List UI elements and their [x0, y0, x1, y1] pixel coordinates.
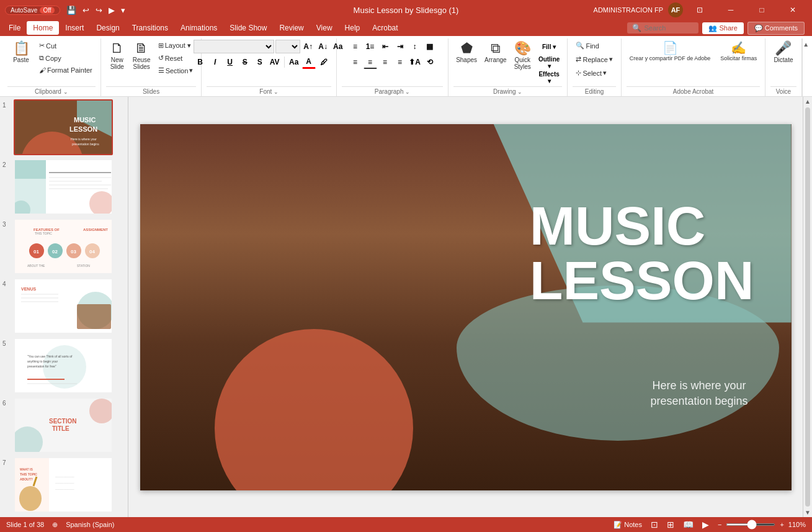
text-case-button[interactable]: Aa [287, 55, 301, 69]
decrease-indent-button[interactable]: ⇤ [378, 40, 392, 53]
share-button[interactable]: 👥 Share [702, 22, 743, 34]
slide-item-1[interactable]: 1 MUSIC LESSON Here is where your presen… [2, 99, 125, 155]
ribbon-collapse-button[interactable]: ▲ [802, 38, 810, 96]
menu-acrobat[interactable]: Acrobat [366, 21, 404, 35]
slide-thumb-3[interactable]: FEATURES OF THIS TOPIC ASSIGNMENT 01 02 … [14, 219, 113, 274]
menu-insert[interactable]: Insert [59, 21, 90, 35]
slide-main-title[interactable]: MUSIC LESSON [530, 199, 754, 308]
shape-outline-button[interactable]: Outline ▾ [535, 55, 563, 68]
slide-item-5[interactable]: 5 "You can use Think of all sorts of any… [2, 338, 125, 394]
new-slide-button[interactable]: 🗋 NewSlide [106, 40, 128, 72]
user-avatar[interactable]: AF [668, 2, 683, 17]
scroll-down-button[interactable]: ▼ [803, 508, 812, 517]
slideshow-button[interactable]: ▶ [700, 519, 711, 530]
text-direction-button[interactable]: ⬆A [408, 55, 422, 69]
bold-button[interactable]: B [194, 55, 207, 69]
bullets-button[interactable]: ≡ [349, 40, 362, 53]
convert-smartart-button[interactable]: ⟲ [423, 55, 437, 69]
font-increase-button[interactable]: A↑ [301, 40, 315, 53]
highlight-button[interactable]: 🖊 [317, 55, 331, 69]
scroll-up-button[interactable]: ▲ [803, 97, 812, 106]
slide-canvas[interactable]: MUSIC LESSON Here is where yourpresentat… [140, 124, 792, 490]
slide-sorter-button[interactable]: ⊞ [665, 519, 676, 530]
zoom-slider[interactable] [726, 523, 775, 526]
minimize-button[interactable]: ─ [716, 0, 745, 20]
underline-button[interactable]: U [223, 55, 237, 69]
align-right-button[interactable]: ≡ [378, 55, 392, 69]
italic-button[interactable]: I [208, 55, 222, 69]
find-button[interactable]: 🔍 Find [573, 40, 602, 52]
menu-help[interactable]: Help [339, 21, 367, 35]
font-size-select[interactable] [275, 40, 300, 53]
customize-qa-button[interactable]: ▾ [118, 4, 128, 16]
crear-pdf-button[interactable]: 📄 Crear y compartir PDF de Adobe [627, 40, 714, 63]
shapes-button[interactable]: ⬟ Shapes [453, 40, 480, 65]
menu-animations[interactable]: Animations [174, 21, 223, 35]
redo-button[interactable]: ↪ [93, 4, 105, 16]
strikethrough-button[interactable]: S [238, 55, 252, 69]
cut-button[interactable]: ✂ Cut [36, 40, 96, 52]
slide-thumb-6[interactable]: SECTION TITLE [14, 397, 113, 453]
justify-button[interactable]: ≡ [393, 55, 407, 69]
zoom-out-button[interactable]: − [716, 520, 723, 529]
notes-button[interactable]: 📝 Notes [612, 520, 644, 530]
slide-item-2[interactable]: 2 [2, 159, 125, 215]
slide-thumb-1[interactable]: MUSIC LESSON Here is where your presenta… [14, 99, 113, 155]
right-scrollbar[interactable]: ▲ ▼ [803, 97, 812, 517]
maximize-button[interactable]: □ [747, 0, 776, 20]
format-painter-button[interactable]: 🖌 Format Painter [36, 65, 96, 76]
line-spacing-button[interactable]: ↕ [408, 40, 422, 53]
font-color-button[interactable]: A [302, 55, 316, 69]
quick-styles-button[interactable]: 🎨 Quick Styles [511, 40, 534, 72]
increase-indent-button[interactable]: ⇥ [393, 40, 407, 53]
reset-button[interactable]: ↺ Reset [155, 52, 197, 64]
slide-thumb-2[interactable] [14, 159, 113, 215]
autosave-toggle[interactable]: AutoSave Off [5, 6, 60, 15]
slide-item-4[interactable]: 4 VENUS [2, 278, 125, 334]
slide-thumb-7[interactable]: WHAT IS THIS TOPIC ABOUT? ___________ __… [14, 457, 113, 513]
columns-button[interactable]: ▦ [423, 40, 437, 53]
paste-button[interactable]: 📋 Paste [7, 40, 35, 65]
search-box[interactable]: 🔍 [627, 22, 698, 34]
slide-item-3[interactable]: 3 FEATURES OF THIS TOPIC ASSIGNMENT 01 0… [2, 219, 125, 274]
menu-slideshow[interactable]: Slide Show [223, 21, 273, 35]
replace-button[interactable]: ⇄ Replace ▾ [573, 53, 615, 65]
menu-view[interactable]: View [310, 21, 339, 35]
section-button[interactable]: ☰ Section ▾ [155, 65, 197, 76]
select-button[interactable]: ⊹ Select ▾ [573, 67, 610, 79]
close-button[interactable]: ✕ [779, 0, 807, 20]
search-input[interactable] [644, 24, 694, 32]
shape-effects-button[interactable]: Effects ▾ [535, 70, 563, 83]
menu-home[interactable]: Home [27, 21, 59, 35]
accessibility-button[interactable]: ⊕ [50, 520, 60, 530]
copy-button[interactable]: ⧉ Copy [36, 52, 96, 64]
dictate-button[interactable]: 🎤 Dictate [770, 40, 796, 65]
numbering-button[interactable]: 1≡ [364, 40, 377, 53]
reading-view-button[interactable]: 📖 [681, 519, 695, 530]
menu-design[interactable]: Design [90, 21, 125, 35]
slide-item-7[interactable]: 7 WHAT IS THIS TOPIC ABOUT? ___________ … [2, 457, 125, 513]
normal-view-button[interactable]: ⊡ [649, 519, 660, 530]
menu-review[interactable]: Review [273, 21, 310, 35]
reuse-slides-button[interactable]: 🗎 ReuseSlides [130, 40, 154, 72]
font-family-select[interactable] [194, 40, 274, 53]
comments-button[interactable]: 💬 Comments [747, 22, 805, 35]
undo-button[interactable]: ↩ [80, 4, 92, 16]
shadow-button[interactable]: S [253, 55, 267, 69]
slide-item-6[interactable]: 6 SECTION TITLE [2, 397, 125, 453]
present-button[interactable]: ▶ [106, 4, 117, 16]
slide-thumb-5[interactable]: "You can use Think of all sorts of anyth… [14, 338, 113, 394]
arrange-button[interactable]: ⧉ Arrange [481, 40, 510, 65]
char-spacing-button[interactable]: AV [268, 55, 282, 69]
slide-thumb-4[interactable]: VENUS [14, 278, 113, 334]
solicitar-firmas-button[interactable]: ✍ Solicitar firmas [717, 40, 760, 63]
ribbon-display-button[interactable]: ⊡ [685, 0, 714, 20]
zoom-in-button[interactable]: + [778, 520, 785, 529]
shape-fill-button[interactable]: Fill ▾ [535, 40, 563, 53]
menu-file[interactable]: File [2, 21, 27, 35]
menu-transitions[interactable]: Transitions [126, 21, 174, 35]
save-button[interactable]: 💾 [64, 4, 79, 16]
align-center-button[interactable]: ≡ [364, 55, 377, 69]
align-left-button[interactable]: ≡ [349, 55, 362, 69]
layout-button[interactable]: ⊞ Layout ▾ [155, 40, 197, 52]
